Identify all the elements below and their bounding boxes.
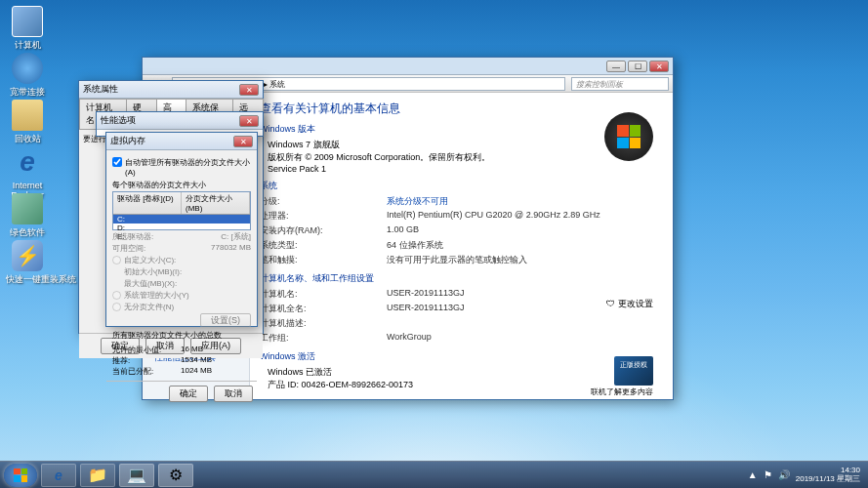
start-button[interactable] — [4, 464, 37, 487]
change-settings-link[interactable]: 🛡 更改设置 — [606, 298, 653, 310]
taskbar-item-system[interactable]: 💻 — [119, 464, 154, 487]
ram-value: 1.00 GB — [387, 224, 419, 237]
domain-header: 计算机名称、域和工作组设置 — [260, 272, 663, 285]
service-pack: Service Pack 1 — [268, 164, 663, 174]
folder-icon: 📁 — [88, 466, 107, 484]
custom-size-radio — [112, 256, 121, 264]
min-allowed: 16 MB — [181, 345, 203, 355]
edition-value: Windows 7 旗舰版 — [268, 139, 663, 151]
available-space: 778032 MB — [211, 243, 251, 254]
taskbar: e 📁 💻 ⚙ ▲ ⚑ 🔊 14:30 2019/11/13 星期三 — [0, 461, 868, 488]
recycle-bin-icon — [12, 100, 43, 131]
flag-icon[interactable]: ⚑ — [764, 469, 772, 480]
full-name: USER-20191113GJ — [387, 303, 465, 315]
edition-header: Windows 版本 — [260, 123, 663, 136]
taskbar-item-ie[interactable]: e — [41, 464, 76, 487]
system-managed-radio — [112, 291, 121, 300]
content-area: 查看有关计算机的基本信息 Windows 版本 Windows 7 旗舰版 版权… — [250, 93, 673, 399]
close-button[interactable]: ✕ — [239, 115, 259, 127]
minimize-button[interactable]: — — [606, 61, 626, 72]
computer-icon — [12, 6, 43, 37]
close-button[interactable]: ✕ — [649, 61, 669, 72]
activation-status: Windows 已激活 — [268, 366, 663, 379]
computer-icon: 💻 — [127, 466, 146, 484]
system-header: 系统 — [260, 180, 663, 192]
window-title: 系统属性 — [83, 83, 239, 96]
workgroup: WorkGroup — [387, 332, 432, 345]
selected-drive: C: [系统] — [221, 231, 251, 242]
reinstall-icon: ⚡ — [12, 240, 43, 271]
window-title: 性能选项 — [101, 114, 239, 127]
close-button[interactable]: ✕ — [233, 136, 253, 147]
desktop-icon-recycle[interactable]: 回收站 — [6, 100, 49, 144]
pen-value: 没有可用于此显示器的笔或触控输入 — [387, 254, 527, 266]
copyright: 版权所有 © 2009 Microsoft Corporation。保留所有权利… — [268, 151, 663, 164]
processor-value: Intel(R) Pentium(R) CPU G2020 @ 2.90GHz … — [387, 210, 600, 223]
ie-icon: e — [55, 468, 62, 483]
taskbar-item-props[interactable]: ⚙ — [158, 464, 193, 487]
desktop-icon-app1[interactable]: 绿色软件 — [6, 193, 49, 238]
desktop-icon-network[interactable]: 宽带连接 — [6, 53, 49, 98]
taskbar-item-explorer[interactable]: 📁 — [80, 464, 115, 487]
learn-more-link[interactable]: 联机了解更多内容 — [591, 386, 653, 397]
clock[interactable]: 14:30 2019/11/13 星期三 — [796, 467, 860, 484]
cancel-button[interactable]: 取消 — [214, 386, 253, 402]
search-input[interactable]: 搜索控制面板 — [571, 77, 669, 91]
close-button[interactable]: ✕ — [239, 84, 259, 96]
computer-name: USER-20191113GJ — [387, 288, 465, 301]
drive-row[interactable]: C: — [113, 215, 250, 224]
page-title: 查看有关计算机的基本信息 — [260, 101, 663, 117]
rating-link[interactable]: 系统分级不可用 — [387, 195, 448, 208]
current-allocated: 1024 MB — [181, 366, 212, 377]
windows-logo — [604, 112, 653, 161]
volume-icon[interactable]: 🔊 — [778, 469, 790, 480]
auto-manage-checkbox[interactable] — [112, 157, 122, 167]
show-hidden-icons[interactable]: ▲ — [748, 469, 758, 480]
virtual-memory-dialog: 虚拟内存 ✕ 自动管理所有驱动器的分页文件大小(A) 每个驱动器的分页文件大小 … — [105, 132, 258, 327]
properties-icon: ⚙ — [169, 466, 183, 484]
titlebar[interactable]: 系统属性 ✕ — [79, 81, 263, 99]
drive-list[interactable]: 驱动器 [卷标](D) 分页文件大小(MB) C: D: E: — [112, 191, 251, 230]
totals-header: 所有驱动器分页文件大小的总数 — [112, 330, 251, 341]
ie-icon: e — [12, 146, 43, 178]
per-drive-header: 每个驱动器的分页文件大小 — [112, 180, 251, 190]
set-button: 设置(S) — [200, 313, 251, 327]
recommended: 1534 MB — [181, 355, 212, 366]
auto-manage-label: 自动管理所有驱动器的分页文件大小(A) — [125, 157, 251, 177]
desktop-icon-computer[interactable]: 计算机 — [6, 6, 49, 51]
titlebar[interactable]: 性能选项 ✕ — [97, 112, 263, 130]
titlebar[interactable]: 虚拟内存 ✕ — [106, 133, 257, 150]
ok-button[interactable]: 确定 — [169, 386, 208, 402]
desktop-icon-app2[interactable]: ⚡ 快速一键重装系统 — [6, 240, 49, 285]
genuine-badge: 正版授权 — [614, 356, 653, 386]
maximize-button[interactable]: ☐ — [628, 61, 647, 72]
app-icon — [12, 193, 43, 224]
network-icon — [12, 53, 43, 84]
activation-header: Windows 激活 — [260, 350, 663, 363]
window-title: 虚拟内存 — [110, 135, 233, 147]
systype-value: 64 位操作系统 — [387, 239, 443, 252]
titlebar[interactable]: — ☐ ✕ — [143, 58, 673, 75]
no-pagefile-radio — [112, 303, 121, 311]
windows-flag-icon — [14, 468, 27, 482]
system-tray: ▲ ⚑ 🔊 14:30 2019/11/13 星期三 — [748, 467, 864, 484]
